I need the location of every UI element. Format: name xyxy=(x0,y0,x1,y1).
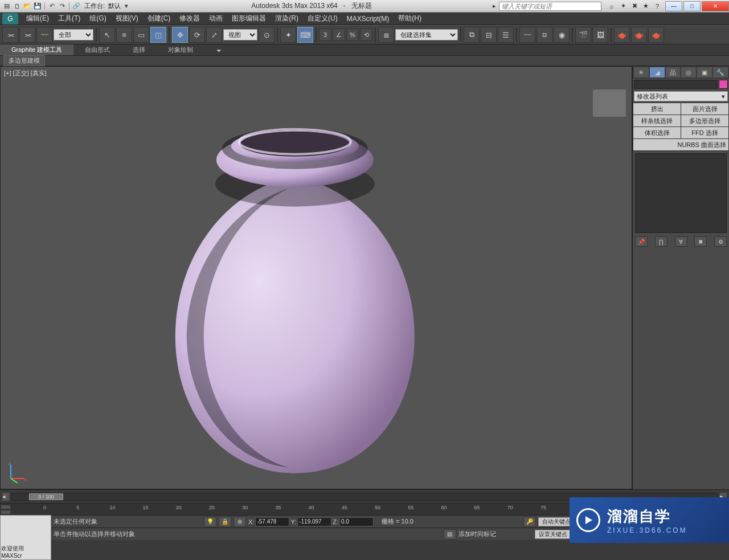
tab-selection[interactable]: 选择 xyxy=(121,44,157,55)
app-menu-icon[interactable]: ▤ xyxy=(2,2,11,11)
menu-grapheditors[interactable]: 图形编辑器 xyxy=(227,13,271,24)
minimize-button[interactable]: — xyxy=(665,1,682,11)
time-handle[interactable]: 0 / 100 xyxy=(29,493,63,500)
open-icon[interactable]: 📂 xyxy=(23,2,32,11)
trackbar-mode-icon[interactable] xyxy=(1,505,11,509)
isolate-icon[interactable]: 💡 xyxy=(204,517,216,527)
refcoord-dropdown[interactable]: 视图 xyxy=(223,29,257,40)
object-color-swatch[interactable] xyxy=(719,80,728,89)
render-iterative-icon[interactable]: 🫖 xyxy=(631,27,647,43)
trackbar-open-icon[interactable] xyxy=(1,510,11,514)
modifier-list-dropdown[interactable]: 修改器列表▾ xyxy=(634,91,728,101)
rendered-frame-icon[interactable]: 🖼 xyxy=(592,27,608,43)
timeline-left-icon[interactable]: ◂ xyxy=(2,493,9,501)
percent-snap-icon[interactable]: % xyxy=(346,28,359,41)
window-crossing-icon[interactable]: ◫ xyxy=(150,27,166,43)
mod-splinesel[interactable]: 样条线选择 xyxy=(633,115,681,126)
unlink-tool-icon[interactable]: ⫘ xyxy=(19,27,35,43)
select-name-icon[interactable]: ≡ xyxy=(116,27,132,43)
coord-z-input[interactable] xyxy=(339,517,374,526)
material-editor-icon[interactable]: ◉ xyxy=(554,27,570,43)
tab-freeform[interactable]: 自由形式 xyxy=(73,44,121,55)
modify-tab-icon[interactable]: ◢ xyxy=(650,67,665,77)
lock-icon[interactable]: 🔒 xyxy=(219,517,231,527)
scale-icon[interactable]: ⤢ xyxy=(206,27,222,43)
search-input[interactable] xyxy=(499,2,601,11)
menu-create[interactable]: 创建(C) xyxy=(143,13,175,24)
make-unique-icon[interactable]: ∀ xyxy=(675,236,687,247)
menu-animation[interactable]: 动画 xyxy=(204,13,227,24)
close-button[interactable]: ✕ xyxy=(702,1,729,11)
mod-patchsel[interactable]: 面片选择 xyxy=(681,103,728,115)
curve-editor-icon[interactable]: 〰 xyxy=(519,27,535,43)
mod-extrude[interactable]: 挤出 xyxy=(633,103,681,115)
addmarker-label[interactable]: 添加时间标记 xyxy=(458,530,496,538)
display-tab-icon[interactable]: ▣ xyxy=(697,67,712,77)
show-end-icon[interactable]: ∏ xyxy=(655,236,667,247)
motion-tab-icon[interactable]: ◎ xyxy=(681,67,696,77)
menu-maxscript[interactable]: MAXScript(M) xyxy=(342,14,394,24)
mod-volsel[interactable]: 体积选择 xyxy=(633,127,681,138)
hierarchy-tab-icon[interactable]: 品 xyxy=(666,67,681,77)
menu-customize[interactable]: 自定义(U) xyxy=(303,13,342,24)
infocenter-icon[interactable]: ⌕ xyxy=(607,2,616,11)
viewcube-icon[interactable] xyxy=(593,89,626,117)
mirror-icon[interactable]: ⧉ xyxy=(464,27,480,43)
menu-views[interactable]: 视图(V) xyxy=(111,13,143,24)
pin-stack-icon[interactable]: 📌 xyxy=(635,236,648,247)
layers-icon[interactable]: ☰ xyxy=(498,27,514,43)
tab-objectpaint[interactable]: 对象绘制 xyxy=(157,44,204,55)
redo-icon[interactable]: ↷ xyxy=(58,2,67,11)
mod-nurbs[interactable]: NURBS 曲面选择 xyxy=(633,139,728,150)
create-tab-icon[interactable]: ✳ xyxy=(634,67,649,77)
object-name-input[interactable] xyxy=(634,80,718,89)
keyboard-shortcut-icon[interactable]: ⌨ xyxy=(297,27,313,43)
favorite-icon[interactable]: ★ xyxy=(641,2,650,11)
coord-x-input[interactable] xyxy=(255,517,289,526)
spinner-snap-icon[interactable]: ⟲ xyxy=(360,28,372,41)
named-selection-dropdown[interactable]: 创建选择集 xyxy=(395,29,458,40)
help-icon[interactable]: ? xyxy=(653,2,662,11)
menu-modifiers[interactable]: 修改器 xyxy=(175,13,204,24)
vase-model[interactable] xyxy=(118,91,472,480)
menu-edit[interactable]: 编辑(E) xyxy=(22,13,54,24)
workspace-value[interactable]: 默认 xyxy=(108,2,121,10)
app-logo-icon[interactable]: G xyxy=(2,13,18,24)
angle-snap-icon[interactable]: ∠ xyxy=(333,28,345,41)
schematic-view-icon[interactable]: ⧈ xyxy=(536,27,552,43)
pivot-icon[interactable]: ⊙ xyxy=(259,27,275,43)
remove-mod-icon[interactable]: ✖ xyxy=(694,236,707,247)
rotate-icon[interactable]: ⟳ xyxy=(189,27,205,43)
key-big-icon[interactable]: 🔑 xyxy=(523,517,536,527)
menu-tools[interactable]: 工具(T) xyxy=(54,13,85,24)
selection-filter[interactable]: 全部 xyxy=(54,29,93,40)
menu-help[interactable]: 帮助(H) xyxy=(394,13,426,24)
render-production-icon[interactable]: 🫖 xyxy=(614,27,630,43)
tab-graphite[interactable]: Graphite 建模工具 xyxy=(0,44,73,55)
signin-icon[interactable]: ✦ xyxy=(619,2,628,11)
named-selection-icon[interactable]: ≣ xyxy=(378,27,394,43)
menu-group[interactable]: 组(G) xyxy=(85,13,110,24)
align-icon[interactable]: ⊟ xyxy=(481,27,497,43)
link-tool-icon[interactable]: ⫘ xyxy=(2,27,18,43)
render-last-icon[interactable]: 🫖 xyxy=(648,27,664,43)
manipulate-icon[interactable]: ✦ xyxy=(280,27,296,43)
coord-y-input[interactable] xyxy=(297,517,331,526)
new-icon[interactable]: 🗋 xyxy=(13,2,22,11)
select-region-icon[interactable]: ▭ xyxy=(133,27,149,43)
modifier-stack[interactable] xyxy=(635,153,727,233)
ribbon-expand-icon[interactable]: ⏷ xyxy=(204,46,234,55)
mod-ffdsel[interactable]: FFD 选择 xyxy=(681,127,728,138)
ribbon-polymodel[interactable]: 多边形建模 xyxy=(3,55,45,66)
bind-spacewarp-icon[interactable]: 〰 xyxy=(36,27,52,43)
mod-polysel[interactable]: 多边形选择 xyxy=(681,115,728,126)
exchange-icon[interactable]: ✖ xyxy=(630,2,639,11)
link-icon[interactable]: 🔗 xyxy=(72,2,81,11)
configure-sets-icon[interactable]: ⚙ xyxy=(714,236,727,247)
render-setup-icon[interactable]: 🎬 xyxy=(575,27,591,43)
arrow-icon[interactable]: ▸ xyxy=(490,2,499,11)
menu-rendering[interactable]: 渲染(R) xyxy=(271,13,303,24)
select-icon[interactable]: ↖ xyxy=(99,27,115,43)
setkey-button[interactable]: 设置关键点 xyxy=(535,530,571,539)
coord-mode-icon[interactable]: ⊕ xyxy=(234,517,246,527)
